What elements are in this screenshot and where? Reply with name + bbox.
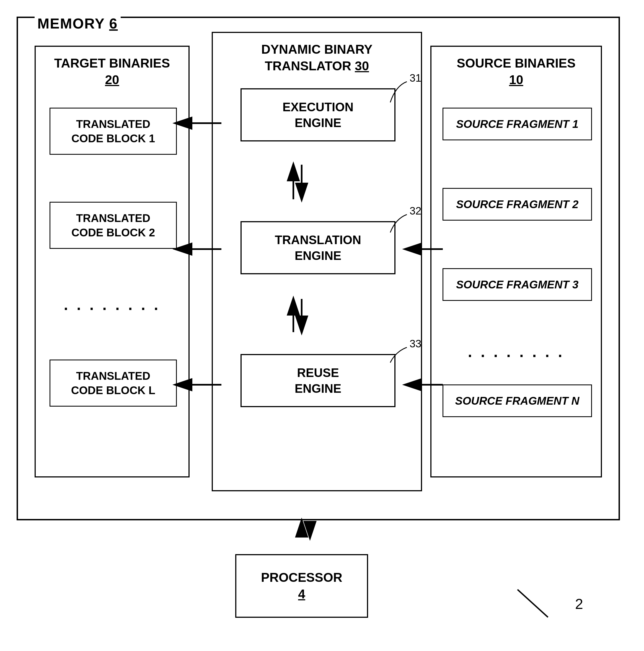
dbt-title: DYNAMIC BINARYTRANSLATOR 30 xyxy=(213,41,421,74)
source-binaries-title: SOURCE BINARIES10 xyxy=(431,55,601,88)
translated-code-block-2: TRANSLATEDCODE BLOCK 2 xyxy=(50,202,177,249)
dbt-box: DYNAMIC BINARYTRANSLATOR 30 EXECUTIONENG… xyxy=(212,32,422,491)
figure-ref: 2 xyxy=(575,596,583,612)
execution-engine-box: EXECUTIONENGINE xyxy=(241,88,396,142)
source-fragment-2: SOURCE FRAGMENT 2 xyxy=(442,188,592,221)
memory-ref: 6 xyxy=(109,16,118,32)
target-binaries-title: TARGET BINARIES20 xyxy=(36,55,188,88)
source-fragment-3: SOURCE FRAGMENT 3 xyxy=(442,268,592,301)
source-binaries-box: SOURCE BINARIES10 SOURCE FRAGMENT 1 SOUR… xyxy=(430,46,602,477)
dots-left: . . . . . . . . xyxy=(36,296,188,314)
page: MEMORY 6 TARGET BINARIES20 TRANSLATEDCOD… xyxy=(0,0,644,651)
processor-ref: 4 xyxy=(298,586,305,602)
target-binaries-box: TARGET BINARIES20 TRANSLATEDCODE BLOCK 1… xyxy=(35,46,190,477)
reuse-engine-box: REUSEENGINE xyxy=(241,354,396,407)
translation-engine-box: TRANSLATIONENGINE xyxy=(241,221,396,274)
memory-box: MEMORY 6 TARGET BINARIES20 TRANSLATEDCOD… xyxy=(17,17,620,520)
translated-code-block-1: TRANSLATEDCODE BLOCK 1 xyxy=(50,108,177,155)
source-fragment-1: SOURCE FRAGMENT 1 xyxy=(442,108,592,140)
source-fragment-n: SOURCE FRAGMENT N xyxy=(442,384,592,417)
svg-line-22 xyxy=(518,590,548,617)
translated-code-block-l: TRANSLATEDCODE BLOCK L xyxy=(50,360,177,407)
dots-right: . . . . . . . . xyxy=(431,343,601,361)
processor-box: PROCESSOR4 xyxy=(235,554,368,618)
memory-label: MEMORY 6 xyxy=(35,15,121,32)
